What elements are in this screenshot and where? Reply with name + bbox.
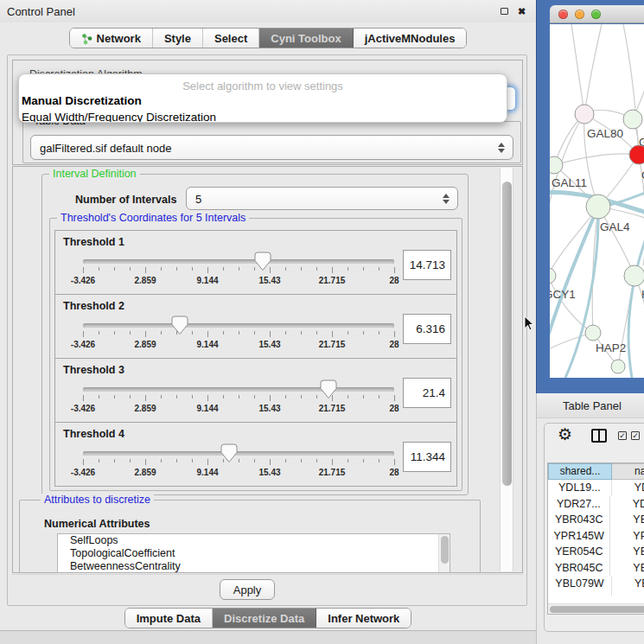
- table-row[interactable]: YDR27...YDR2: [548, 496, 644, 513]
- main-vertical-scrollbar[interactable]: [500, 168, 513, 571]
- tab-jactivemnodules[interactable]: jActiveMNodules: [354, 29, 467, 48]
- table-row[interactable]: YBR043CYBR0: [548, 512, 644, 528]
- tick-mark: [379, 331, 379, 335]
- table-row[interactable]: YBR045CYBR0: [548, 560, 644, 577]
- slider-handle[interactable]: [220, 443, 238, 463]
- network-edge[interactable]: [623, 24, 639, 155]
- tick-label: 15.43: [258, 276, 280, 285]
- table-data-combobox[interactable]: galFiltered.sif default node: [30, 135, 513, 160]
- threshold-panel: Threshold 3-3.4262.8599.14415.4321.71528…: [54, 358, 457, 423]
- tick-mark: [176, 395, 177, 399]
- scrollbar-thumb[interactable]: [502, 182, 512, 486]
- minimize-light[interactable]: [575, 10, 584, 19]
- algorithm-option-equal-width-frequency-discretization[interactable]: Equal Width/Frequency Discretization: [19, 109, 507, 123]
- network-node[interactable]: [611, 360, 625, 373]
- tab-impute-data[interactable]: Impute Data: [125, 609, 213, 628]
- network-edge[interactable]: [584, 24, 602, 114]
- threshold-label: Threshold 4: [63, 428, 124, 440]
- slider-track[interactable]: [83, 323, 394, 328]
- network-edge-highlighted[interactable]: [628, 232, 644, 378]
- zoom-light[interactable]: [591, 10, 601, 19]
- checkbox-icon[interactable]: ✓: [631, 431, 640, 440]
- threshold-slider[interactable]: -3.4262.8599.14415.4321.71528: [83, 444, 394, 484]
- tab-network[interactable]: Network: [70, 29, 153, 48]
- number-of-intervals-combobox[interactable]: 5: [186, 187, 458, 210]
- threshold-slider[interactable]: -3.4262.8599.14415.4321.71528: [83, 316, 394, 356]
- network-node-hap2[interactable]: [585, 325, 601, 341]
- network-canvas[interactable]: GAL80G.CGAL11GAL4GCY1HHAP2: [550, 24, 644, 378]
- close-light[interactable]: [558, 10, 568, 19]
- tick-label: 21.715: [319, 276, 346, 285]
- network-edge[interactable]: [550, 276, 593, 333]
- slider-track[interactable]: [83, 387, 394, 392]
- network-node-gcy1[interactable]: [550, 268, 556, 284]
- network-node-gal4[interactable]: [586, 194, 610, 219]
- slider-handle[interactable]: [171, 316, 188, 335]
- tick-mark: [83, 267, 84, 273]
- network-edge[interactable]: [571, 24, 584, 114]
- tick-mark: [285, 331, 286, 335]
- threshold-slider[interactable]: -3.4262.8599.14415.4321.71528: [83, 252, 394, 292]
- tick-mark: [114, 395, 115, 399]
- slider-track[interactable]: [83, 451, 394, 456]
- checkbox-icon[interactable]: ✓: [618, 431, 627, 440]
- tab-discretize-data[interactable]: Discretize Data: [213, 609, 316, 628]
- threshold-value-field[interactable]: 11.344: [403, 442, 451, 472]
- tab-label: Cyni Toolbox: [271, 32, 341, 45]
- attribute-item-topologicalcoefficient[interactable]: TopologicalCoefficient: [58, 547, 450, 560]
- threshold-value-field[interactable]: 14.713: [403, 250, 451, 280]
- node-attribute-table: shared... na YDL19...YDL1YDR27...YDR2YBR…: [547, 462, 644, 615]
- attributes-list-scrollbar[interactable]: [438, 534, 450, 573]
- network-view-window[interactable]: GAL80G.CGAL11GAL4GCY1HHAP2: [550, 5, 644, 378]
- algorithm-placeholder: Select algorithm to view settings: [19, 74, 507, 92]
- tick-mark: [270, 395, 271, 401]
- tick-mark: [207, 459, 208, 465]
- gear-icon[interactable]: ⚙: [558, 426, 572, 443]
- network-node-gal11[interactable]: [550, 156, 563, 174]
- numerical-attributes-list[interactable]: SelfLoopsTopologicalCoefficientBetweenne…: [57, 533, 450, 573]
- network-window-titlebar[interactable]: [550, 5, 644, 23]
- tick-mark: [348, 459, 348, 462]
- table-row[interactable]: YBL079WYBL0: [548, 576, 644, 592]
- tab-label: Discretize Data: [224, 612, 304, 625]
- table-row[interactable]: YLR345WYLR3: [548, 592, 644, 596]
- threshold-slider[interactable]: -3.4262.8599.14415.4321.71528: [83, 380, 394, 420]
- attribute-item-betweennesscentrality[interactable]: BetweennessCentrality: [58, 560, 450, 573]
- tab-label: Style: [164, 32, 191, 45]
- tab-infer-network[interactable]: Infer Network: [316, 609, 411, 628]
- column-header-name[interactable]: na: [612, 463, 644, 480]
- network-node-h[interactable]: [624, 265, 644, 286]
- panel-title: Control Panel: [7, 5, 75, 18]
- network-node-g-[interactable]: [623, 110, 642, 129]
- algorithm-option-manual-discretization[interactable]: Manual Discretization: [19, 92, 507, 109]
- float-window-button[interactable]: [499, 6, 510, 17]
- tab-select[interactable]: Select: [203, 29, 259, 48]
- tab-style[interactable]: Style: [153, 29, 203, 48]
- column-header-shared-name[interactable]: shared...: [548, 463, 612, 480]
- tick-mark: [83, 459, 84, 465]
- table-row[interactable]: YDL19...YDL1: [548, 480, 644, 496]
- network-node-gal80[interactable]: [575, 105, 594, 124]
- network-graph[interactable]: GAL80G.CGAL11GAL4GCY1HHAP2: [550, 24, 644, 378]
- network-node-c[interactable]: [629, 145, 644, 164]
- threshold-value-field[interactable]: 21.4: [403, 378, 451, 408]
- apply-button[interactable]: Apply: [220, 579, 275, 600]
- close-panel-button[interactable]: ✖: [516, 6, 527, 17]
- scrollbar-thumb[interactable]: [550, 606, 644, 613]
- tick-mark: [332, 267, 333, 273]
- slider-handle[interactable]: [320, 379, 337, 399]
- table-row[interactable]: YER054CYER0: [548, 544, 644, 560]
- slider-handle[interactable]: [254, 252, 271, 271]
- cell-shared-name: YBR045C: [548, 560, 610, 577]
- network-edge[interactable]: [554, 154, 639, 165]
- attribute-item-selfloops[interactable]: SelfLoops: [58, 534, 450, 547]
- tick-mark: [176, 267, 177, 271]
- table-horizontal-scrollbar[interactable]: [548, 603, 644, 614]
- slider-track[interactable]: [83, 259, 394, 264]
- tab-label: Network: [97, 32, 141, 45]
- table-row[interactable]: YPR145WYPR1: [548, 528, 644, 545]
- split-columns-icon[interactable]: [591, 429, 607, 443]
- tab-cyni-toolbox[interactable]: Cyni Toolbox: [259, 29, 353, 48]
- threshold-value-field[interactable]: 6.316: [403, 314, 451, 344]
- tick-mark: [130, 267, 131, 271]
